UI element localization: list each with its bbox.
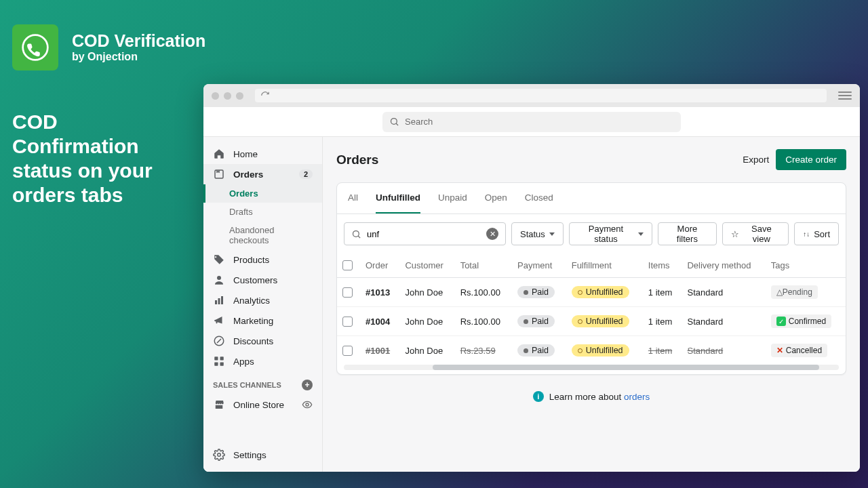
promo-headline: COD Confirmation status on your orders t…: [12, 110, 189, 207]
nav-orders-sub[interactable]: Orders: [203, 184, 322, 203]
tab-closed[interactable]: Closed: [525, 183, 553, 214]
row-checkbox[interactable]: [342, 346, 353, 356]
traffic-light-close[interactable]: [212, 92, 219, 100]
filter-bar: ✕ Status Payment status More filters ☆Sa…: [337, 214, 846, 253]
app-title: COD Verification: [72, 32, 205, 51]
col-total: Total: [455, 253, 512, 278]
orders-card: All Unfulfilled Unpaid Open Closed ✕ Sta…: [336, 182, 846, 375]
more-filters-button[interactable]: More filters: [658, 222, 716, 245]
select-all-checkbox[interactable]: [342, 260, 353, 270]
save-view-button[interactable]: ☆Save view: [722, 222, 789, 245]
chart-icon: [213, 294, 225, 306]
traffic-light-max[interactable]: [236, 92, 243, 100]
nav-orders[interactable]: Orders2: [203, 164, 322, 184]
sort-button[interactable]: ↑↓Sort: [794, 222, 839, 245]
chevron-down-icon: [638, 232, 644, 236]
payment-badge: Paid: [517, 344, 555, 357]
svg-point-3: [217, 276, 221, 280]
nav-discounts[interactable]: Discounts: [203, 331, 322, 351]
info-icon: i: [533, 391, 544, 402]
orders-badge: 2: [299, 169, 313, 179]
search-icon: [389, 117, 399, 127]
nav-drafts[interactable]: Drafts: [203, 203, 322, 221]
payment-badge: Paid: [517, 286, 555, 298]
search-icon: [351, 229, 361, 239]
tab-unfulfilled[interactable]: Unfulfilled: [376, 183, 420, 214]
table-row[interactable]: #1013 John Doe Rs.100.00 Paid Unfulfille…: [337, 278, 846, 307]
learn-more: i Learn more about orders: [336, 375, 846, 418]
delivery-method: Standard: [682, 336, 765, 365]
horizontal-scrollbar[interactable]: [344, 365, 839, 370]
orders-help-link[interactable]: orders: [624, 392, 650, 402]
fulfillment-badge: Unfulfilled: [572, 315, 629, 327]
eye-icon[interactable]: [302, 399, 313, 410]
main-content: Orders Export Create order All Unfulfill…: [323, 137, 860, 472]
create-order-button[interactable]: Create order: [776, 149, 846, 170]
orders-table: Order Customer Total Payment Fulfillment…: [337, 253, 846, 365]
add-channel-button[interactable]: +: [302, 380, 313, 390]
hamburger-icon[interactable]: [838, 89, 852, 102]
col-delivery: Delivery method: [682, 253, 765, 278]
filter-search[interactable]: ✕: [344, 222, 506, 245]
delivery-method: Standard: [682, 307, 765, 336]
payment-status-filter[interactable]: Payment status: [569, 222, 652, 245]
filter-search-input[interactable]: [367, 229, 481, 239]
items-count: 1 item: [643, 336, 682, 365]
nav-marketing[interactable]: Marketing: [203, 310, 322, 331]
order-total: Rs.100.00: [455, 307, 512, 336]
export-button[interactable]: Export: [743, 155, 769, 165]
payment-badge: Paid: [517, 315, 555, 327]
nav-online-store[interactable]: Online Store: [203, 394, 322, 415]
status-tag: ✕Cancelled: [771, 344, 827, 357]
svg-point-14: [353, 230, 359, 237]
svg-point-13: [218, 453, 221, 457]
customer-name: John Doe: [399, 336, 454, 365]
app-topbar: Search: [203, 107, 860, 137]
row-checkbox[interactable]: [342, 317, 353, 327]
tab-unpaid[interactable]: Unpaid: [438, 183, 467, 214]
order-total: Rs.23.59: [455, 336, 512, 365]
apps-icon: [213, 355, 225, 367]
svg-rect-11: [220, 363, 224, 366]
browser-window: Search Home Orders2 Orders Drafts Abando…: [203, 84, 860, 472]
sales-channels-header: SALES CHANNELS+: [203, 371, 322, 394]
status-filter[interactable]: Status: [511, 222, 564, 245]
nav-home[interactable]: Home: [203, 144, 322, 164]
table-row[interactable]: #1004 John Doe Rs.100.00 Paid Unfulfille…: [337, 307, 846, 336]
chevron-down-icon: [549, 232, 555, 236]
refresh-icon: [260, 91, 270, 100]
star-icon: ☆: [731, 229, 739, 239]
order-tabs: All Unfulfilled Unpaid Open Closed: [337, 183, 846, 214]
items-count: 1 item: [643, 278, 682, 307]
nav-apps[interactable]: Apps: [203, 351, 322, 371]
row-checkbox[interactable]: [342, 287, 353, 298]
nav-settings[interactable]: Settings: [203, 445, 322, 465]
app-icon: [12, 24, 58, 70]
sort-icon: ↑↓: [803, 232, 810, 236]
sidebar: Home Orders2 Orders Drafts Abandoned che…: [203, 137, 323, 472]
gear-icon: [213, 449, 225, 461]
svg-point-0: [23, 35, 48, 60]
nav-abandoned[interactable]: Abandoned checkouts: [203, 221, 322, 249]
col-order: Order: [360, 253, 399, 278]
nav-products[interactable]: Products: [203, 249, 322, 270]
traffic-light-min[interactable]: [224, 92, 231, 100]
tab-all[interactable]: All: [348, 183, 358, 214]
col-tags: Tags: [766, 253, 846, 278]
clear-search-button[interactable]: ✕: [486, 228, 498, 240]
order-number: #1001: [360, 336, 399, 365]
nav-analytics[interactable]: Analytics: [203, 290, 322, 310]
search-placeholder: Search: [405, 117, 433, 127]
col-fulfillment: Fulfillment: [566, 253, 643, 278]
customer-name: John Doe: [399, 307, 454, 336]
nav-customers[interactable]: Customers: [203, 270, 322, 290]
svg-point-1: [391, 119, 397, 125]
store-icon: [213, 399, 225, 411]
table-row[interactable]: #1001 John Doe Rs.23.59 Paid Unfulfilled…: [337, 336, 846, 365]
browser-titlebar: [203, 84, 860, 107]
tag-icon: [213, 253, 225, 266]
url-bar[interactable]: [255, 89, 827, 102]
svg-rect-4: [215, 300, 217, 304]
global-search[interactable]: Search: [382, 112, 681, 132]
tab-open[interactable]: Open: [485, 183, 507, 214]
